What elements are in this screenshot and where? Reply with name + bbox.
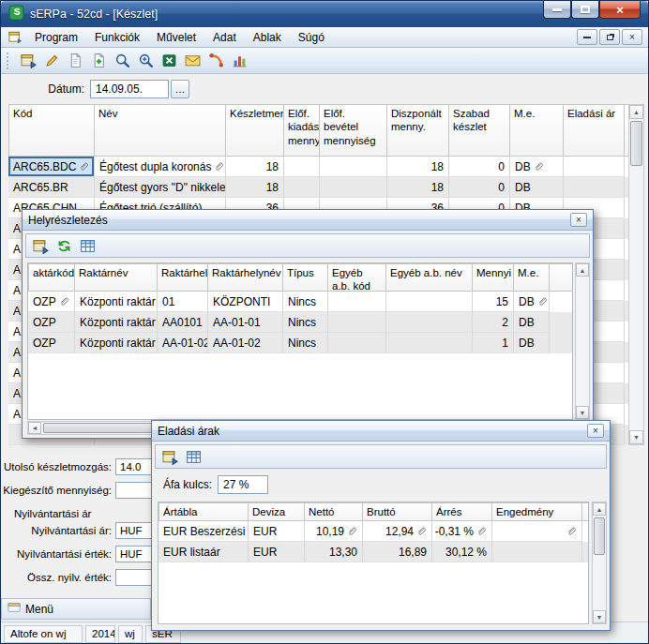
mdi-restore-button[interactable]: [599, 29, 620, 45]
eladasi-arak-titlebar[interactable]: Eladási árak ×: [152, 421, 610, 442]
records-icon[interactable]: [30, 235, 51, 256]
main-vertical-scrollbar[interactable]: ▲ ▼: [628, 104, 644, 445]
table-cell[interactable]: [564, 177, 625, 198]
menu-item-adat[interactable]: Adat: [204, 29, 245, 46]
table-cell[interactable]: 01: [158, 292, 208, 312]
scroll-up-button[interactable]: ▲: [593, 502, 606, 516]
scroll-up-button[interactable]: ▲: [576, 263, 589, 277]
table-cell[interactable]: 0: [449, 177, 510, 198]
table-cell[interactable]: [328, 333, 386, 353]
edit-icon[interactable]: [41, 51, 62, 71]
helyreszletezes-close-button[interactable]: ×: [570, 213, 587, 227]
table-cell[interactable]: KÖZPONTI: [208, 292, 283, 312]
column-header[interactable]: aktárkód: [28, 263, 75, 292]
table-cell[interactable]: EUR: [249, 521, 305, 542]
table-cell[interactable]: 0: [449, 157, 510, 177]
table-cell[interactable]: DB: [510, 157, 564, 177]
table-row[interactable]: ARC65.BRÉgőtest gyors "D" nikkele18180DB: [8, 177, 628, 198]
table-row[interactable]: OZPKözponti raktárAA0101AA-01-01Nincs2DB: [28, 312, 572, 333]
table-cell[interactable]: Égőtest gyors "D" nikkele: [95, 177, 226, 198]
grid-icon[interactable]: [183, 446, 204, 467]
table-cell[interactable]: Központi raktár: [75, 333, 158, 353]
mdi-minimize-button[interactable]: [577, 29, 597, 45]
column-header[interactable]: Nettó: [305, 502, 363, 521]
menu-item-sugo[interactable]: Súgó: [290, 29, 333, 46]
table-cell[interactable]: [328, 292, 386, 312]
table-cell[interactable]: Központi raktár: [75, 292, 158, 312]
menu-item-funkciok[interactable]: Funkciók: [86, 29, 148, 46]
table-cell[interactable]: ARC65.BDC: [8, 157, 95, 177]
table-cell[interactable]: 2: [473, 312, 514, 333]
refresh-icon[interactable]: [53, 235, 74, 256]
column-header[interactable]: Előf. bevétel mennyiség: [320, 104, 387, 157]
scroll-down-button[interactable]: ▼: [576, 406, 589, 419]
records-icon[interactable]: [159, 446, 180, 467]
table-cell[interactable]: 13,30: [305, 542, 363, 562]
table-cell[interactable]: DB: [514, 292, 550, 312]
table-cell[interactable]: AA-01-02: [208, 333, 283, 353]
column-header[interactable]: Diszponált menny.: [387, 104, 449, 157]
column-header[interactable]: Készletmen: [226, 104, 284, 157]
document-icon[interactable]: [65, 51, 85, 71]
column-header[interactable]: Engedmény: [492, 502, 582, 521]
column-header[interactable]: Egyéb a.b. kód: [328, 263, 386, 292]
table-cell[interactable]: [284, 177, 320, 198]
column-header[interactable]: M.e.: [510, 104, 564, 157]
column-header[interactable]: Ártábla: [158, 502, 249, 521]
table-cell[interactable]: 12,94: [363, 521, 432, 542]
table-cell[interactable]: 1: [473, 333, 514, 353]
column-header[interactable]: Előf. kiadás mennyi: [284, 104, 320, 157]
minimize-button[interactable]: [543, 1, 571, 19]
menu-panel-header[interactable]: Menü: [1, 598, 151, 620]
table-row[interactable]: EUR BeszerzésiEUR10,1912,94-0,31 %: [158, 521, 588, 542]
arak-vertical-scrollbar[interactable]: ▲ ▼: [592, 502, 607, 624]
column-header[interactable]: Deviza: [249, 502, 305, 521]
table-cell[interactable]: [492, 542, 582, 562]
column-header[interactable]: Raktárnév: [75, 263, 158, 292]
table-cell[interactable]: ARC65.BR: [8, 177, 95, 198]
table-cell[interactable]: [386, 312, 473, 333]
table-cell[interactable]: Nincs: [283, 312, 328, 333]
scroll-left-button[interactable]: ◄: [28, 422, 41, 434]
document-plus-icon[interactable]: [88, 51, 109, 71]
scroll-up-button[interactable]: ▲: [629, 105, 643, 119]
table-cell[interactable]: AA-01-01: [208, 312, 283, 333]
table-cell[interactable]: Központi raktár: [75, 312, 158, 333]
table-cell[interactable]: EUR listaár: [158, 542, 249, 562]
column-header[interactable]: Raktárhelynév: [208, 263, 283, 292]
table-cell[interactable]: AA-01-02: [158, 333, 208, 353]
table-cell[interactable]: 18: [226, 157, 284, 177]
zoom-icon[interactable]: [135, 51, 156, 71]
table-cell[interactable]: OZP: [28, 292, 75, 312]
excel-icon[interactable]: [158, 51, 179, 71]
table-cell[interactable]: -0,31 %: [432, 521, 492, 542]
toolbar-grip[interactable]: [7, 52, 11, 69]
table-cell[interactable]: [564, 157, 625, 177]
table-row[interactable]: ARC65.BDCÉgőtest dupla koronás18180DB: [8, 157, 628, 177]
table-cell[interactable]: 15: [473, 292, 514, 312]
column-header[interactable]: Mennyi: [473, 263, 514, 292]
column-header[interactable]: Egyéb a.b. név: [386, 263, 473, 292]
menu-item-program[interactable]: Program: [26, 29, 86, 46]
scroll-down-button[interactable]: ▼: [629, 430, 643, 444]
table-cell[interactable]: EUR: [249, 542, 305, 562]
hely-vertical-scrollbar[interactable]: ▲ ▼: [575, 262, 590, 420]
table-cell[interactable]: DB: [510, 177, 564, 198]
table-cell[interactable]: AA0101: [158, 312, 208, 333]
scroll-down-button[interactable]: ▼: [593, 610, 606, 623]
column-header[interactable]: Kód: [8, 104, 95, 157]
helyreszletezes-titlebar[interactable]: Helyrészletezés ×: [23, 210, 593, 231]
eladasi-arak-close-button[interactable]: ×: [587, 424, 604, 438]
table-cell[interactable]: [284, 157, 320, 177]
date-input[interactable]: [90, 80, 169, 98]
table-cell[interactable]: [492, 521, 582, 542]
column-header[interactable]: Raktárhel: [158, 263, 208, 292]
phone-icon[interactable]: [205, 51, 226, 71]
table-cell[interactable]: Nincs: [283, 292, 328, 312]
mail-icon[interactable]: [182, 51, 203, 71]
column-header[interactable]: Típus: [283, 263, 328, 292]
table-row[interactable]: OZPKözponti raktár01KÖZPONTINincs15DB: [28, 292, 572, 312]
table-cell[interactable]: [386, 333, 473, 353]
table-cell[interactable]: 18: [387, 157, 449, 177]
grid-icon[interactable]: [77, 235, 98, 256]
